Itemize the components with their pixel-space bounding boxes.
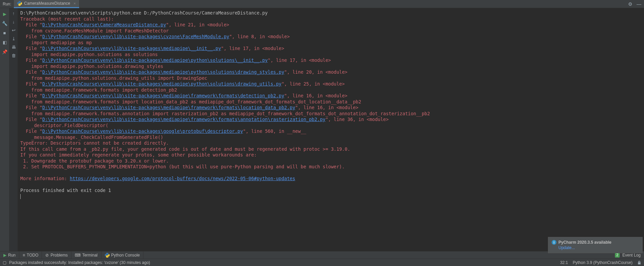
error-line: 2. Set PROTOCOL_BUFFERS_PYTHON_IMPLEMENT… <box>20 164 345 169</box>
frame-code: from mediapipe.framework.formats import … <box>20 99 361 104</box>
frame-file-suffix: ", line 17, in <module> <box>268 57 331 63</box>
frame-file-link[interactable]: D:\PythonCrashCourse\venv\lib\site-packa… <box>42 69 284 75</box>
frame-file-link[interactable]: D:\PythonCrashCourse\venv\lib\site-packa… <box>42 128 243 134</box>
run-tool-header: Run: CameraMeasureDistance × ⚙ — <box>0 0 644 8</box>
status-message: Packages installed successfully: Install… <box>9 260 150 265</box>
command-line: D:\PythonCrashCourse\venv\Scripts\python… <box>20 10 268 16</box>
bottom-right: 2 Event Log <box>615 253 644 258</box>
frame-code: from mediapipe.framework.formats import … <box>20 87 177 93</box>
status-right: 32:1 Python 3.9 (PythonCrashCourse) <box>560 260 641 265</box>
frame-code: import mediapipe.python.solutions as sol… <box>20 52 158 57</box>
problems-tab-label: Problems <box>50 253 68 258</box>
pin-icon[interactable]: 📌 <box>2 49 8 55</box>
frame-file-prefix: File " <box>20 69 42 75</box>
status-bar: ▢ Packages installed successfully: Insta… <box>0 259 644 266</box>
run-tab-label: Run <box>8 253 16 258</box>
frame-file-link[interactable]: D:\PythonCrashCourse\venv\lib\site-packa… <box>42 81 281 87</box>
frame-file-link[interactable]: D:\PythonCrashCourse\venv\lib\site-packa… <box>42 93 284 98</box>
python-console-tab-label: Python Console <box>111 253 140 258</box>
frame-code: import mediapipe.python.solutions.drawin… <box>20 64 163 69</box>
error-line: 1. Downgrade the protobuf package to 3.2… <box>20 158 169 164</box>
list-icon: ≡ <box>23 253 25 258</box>
scroll-to-end-icon[interactable]: ⤓ <box>12 36 16 41</box>
more-info-link[interactable]: https://developers.google.com/protocol-b… <box>70 176 295 181</box>
error-line: TypeError: Descriptors cannot not be cre… <box>20 140 169 146</box>
gear-icon[interactable]: ⚙ <box>628 1 632 7</box>
frame-file-suffix: ", line 36, in <module> <box>325 117 389 122</box>
rerun-button[interactable]: ▶ <box>2 11 8 17</box>
event-count-badge[interactable]: 2 <box>615 253 620 258</box>
frame-file-link[interactable]: D:\PythonCrashCourse\venv\lib\site-packa… <box>42 117 325 122</box>
console-output[interactable]: D:\PythonCrashCourse\venv\Scripts\python… <box>18 8 644 251</box>
python-console-tab-button[interactable]: Python Console <box>101 251 144 259</box>
frame-file-suffix: ", line 25, in <module> <box>281 81 345 87</box>
lock-icon[interactable] <box>637 261 641 265</box>
frame-code: import mediapipe as mp <box>20 40 92 45</box>
close-icon[interactable]: × <box>73 1 75 5</box>
toolwindow-toggle-icon[interactable]: ▢ <box>3 260 6 265</box>
bottom-toolbar: ▶ Run ≡ TODO ⊘ Problems ⌨ Terminal Pytho… <box>0 251 644 259</box>
layout-icon[interactable]: ◧ <box>2 39 8 45</box>
frame-file-prefix: File " <box>20 105 42 110</box>
terminal-icon: ⌨ <box>75 253 80 258</box>
todo-tab-button[interactable]: ≡ TODO <box>19 251 42 259</box>
stop-button[interactable]: ■ <box>2 30 8 36</box>
left-gutter: ▶ 🔧 ■ ◧ 📌 <box>0 8 9 251</box>
terminal-tab-button[interactable]: ⌨ Terminal <box>71 251 101 259</box>
python-icon <box>17 1 22 6</box>
frame-code: from cvzone.FaceMeshModule import FaceMe… <box>20 28 169 33</box>
more-info-label: More information: <box>20 176 70 181</box>
frame-file-prefix: File " <box>20 57 42 63</box>
notification-title: PyCharm 2020.3.5 available <box>558 240 612 245</box>
todo-tab-label: TODO <box>27 253 38 258</box>
run-label: Run: <box>0 2 14 6</box>
frame-file-link[interactable]: D:\PythonCrashCourse\venv\lib\site-packa… <box>42 57 268 63</box>
print-icon[interactable]: 🖶 <box>12 45 16 50</box>
notification-update-link[interactable]: Update... <box>558 245 639 250</box>
up-arrow-icon[interactable]: ↑ <box>13 11 15 16</box>
wrench-icon[interactable]: 🔧 <box>2 20 8 26</box>
traceback-header: Traceback (most recent call last): <box>20 16 114 22</box>
soft-wrap-icon[interactable]: ↩ <box>12 28 16 33</box>
info-icon: i <box>552 240 556 245</box>
nav-gutter: ↑ ↓ ↩ ⤓ 🖶 🗑 <box>9 8 18 251</box>
frame-code: _message.Message._CheckCalledFromGenerat… <box>20 135 163 140</box>
interpreter-selector[interactable]: Python 3.9 (PythonCrashCourse) <box>573 260 632 265</box>
error-line: If this call came from a _pb2.py file, y… <box>20 146 350 152</box>
frame-file-link[interactable]: D:\PythonCrashCourse\venv\lib\site-packa… <box>42 34 229 39</box>
run-tab-button[interactable]: ▶ Run <box>0 251 19 259</box>
frame-file-suffix: ", line 16, in <module> <box>284 93 347 98</box>
warning-icon: ⊘ <box>45 253 49 258</box>
main-area: ▶ 🔧 ■ ◧ 📌 ↑ ↓ ↩ ⤓ 🖶 🗑 D:\PythonCrashCour… <box>0 8 644 251</box>
frame-file-suffix: ", line 8, in <module> <box>229 34 290 39</box>
frame-file-prefix: File " <box>20 81 42 87</box>
frame-file-link[interactable]: D:\PythonCrashCourse\CameraMeasureDistan… <box>42 22 166 27</box>
update-notification[interactable]: i PyCharm 2020.3.5 available Update... <box>548 237 643 253</box>
text-cursor <box>20 194 21 199</box>
down-arrow-icon[interactable]: ↓ <box>13 19 15 24</box>
trash-icon[interactable]: 🗑 <box>12 53 16 58</box>
tab-label: CameraMeasureDistance <box>24 1 70 6</box>
frame-file-suffix: ", line 17, in <module> <box>221 46 284 51</box>
frame-code: from mediapipe.framework.formats.annotat… <box>20 111 430 116</box>
event-log-button[interactable]: Event Log <box>622 253 641 258</box>
problems-tab-button[interactable]: ⊘ Problems <box>42 251 71 259</box>
frame-file-suffix: ", line 560, in __new__ <box>243 128 306 134</box>
minimize-icon[interactable]: — <box>637 1 641 7</box>
run-config-tab[interactable]: CameraMeasureDistance × <box>14 0 79 8</box>
frame-code: _descriptor.FieldDescriptor( <box>20 123 108 128</box>
cursor-position[interactable]: 32:1 <box>560 260 568 265</box>
frame-file-link[interactable]: D:\PythonCrashCourse\venv\lib\site-packa… <box>42 105 295 110</box>
header-right: ⚙ — <box>628 1 644 7</box>
frame-file-link[interactable]: D:\PythonCrashCourse\venv\lib\site-packa… <box>42 46 221 51</box>
frame-file-prefix: File " <box>20 22 42 27</box>
frame-file-suffix: ", line 21, in <module> <box>166 22 229 27</box>
terminal-tab-label: Terminal <box>82 253 97 258</box>
frame-code: from mediapipe.python.solutions.drawing_… <box>20 75 207 81</box>
frame-file-prefix: File " <box>20 93 42 98</box>
notification-title-row: i PyCharm 2020.3.5 available <box>552 240 639 245</box>
exit-line: Process finished with exit code 1 <box>20 188 111 193</box>
frame-file-prefix: File " <box>20 128 42 134</box>
frame-file-prefix: File " <box>20 117 42 122</box>
frame-file-prefix: File " <box>20 46 42 51</box>
